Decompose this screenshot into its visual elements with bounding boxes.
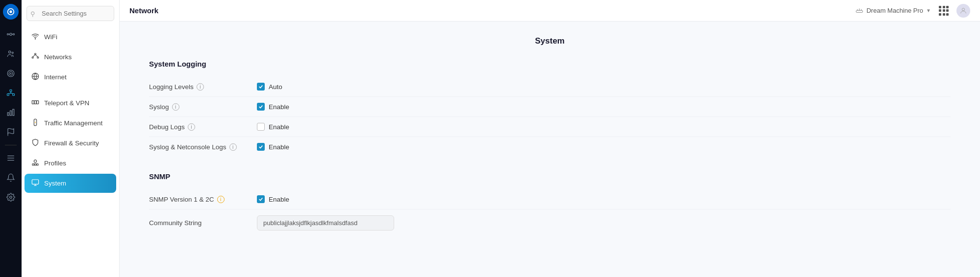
info-icon-syslog[interactable]: i (172, 103, 179, 111)
rail-icon-target[interactable] (2, 65, 20, 82)
search-input[interactable] (26, 6, 114, 21)
svg-rect-27 (32, 57, 33, 58)
svg-point-52 (962, 8, 964, 10)
community-string-input[interactable] (257, 215, 394, 231)
row-logging-levels: Logging Levels i Auto (149, 77, 951, 97)
top-bar-right: Dream Machine Pro ▼ (855, 4, 970, 18)
svg-point-2 (10, 33, 12, 36)
rail-icon-alerts[interactable] (2, 123, 20, 141)
info-icon-logging-levels[interactable]: i (197, 83, 204, 91)
control-snmp-version: Enable (257, 195, 289, 203)
sidebar-item-teleport-label: Teleport & VPN (44, 99, 89, 107)
checkbox-syslog-netconsole[interactable] (257, 143, 265, 151)
device-name-label: Dream Machine Pro (866, 7, 923, 14)
label-community-string: Community String (149, 219, 257, 227)
control-syslog: Enable (257, 103, 289, 111)
svg-rect-18 (7, 113, 9, 115)
sidebar-item-traffic-label: Traffic Management (44, 119, 102, 127)
icon-rail (0, 0, 22, 277)
router-icon (855, 6, 863, 15)
value-syslog: Enable (269, 103, 289, 111)
sidebar-item-profiles[interactable]: Profiles (25, 154, 116, 173)
sidebar-item-internet[interactable]: Internet (25, 68, 116, 87)
search-box: ⚲ (26, 6, 114, 21)
sidebar-item-networks[interactable]: Networks (25, 47, 116, 67)
svg-rect-35 (34, 101, 36, 104)
control-syslog-netconsole: Enable (257, 143, 289, 151)
sidebar-item-system[interactable]: System (25, 174, 116, 193)
row-syslog-netconsole: Syslog & Netconsole Logs i Enable (149, 137, 951, 157)
checkbox-syslog[interactable] (257, 103, 265, 111)
svg-rect-43 (34, 164, 36, 165)
sidebar-item-networks-label: Networks (44, 53, 72, 61)
user-avatar[interactable] (956, 4, 970, 18)
svg-point-39 (35, 122, 36, 123)
svg-point-8 (12, 52, 13, 53)
svg-point-26 (35, 39, 35, 39)
info-icon-syslog-netconsole[interactable]: i (229, 143, 237, 151)
chevron-down-icon[interactable]: ▼ (926, 8, 931, 13)
sidebar-item-firewall-security[interactable]: Firewall & Security (25, 134, 116, 153)
sidebar-item-system-label: System (44, 180, 66, 187)
svg-point-7 (9, 51, 11, 53)
rail-icon-list[interactable] (2, 149, 20, 167)
rail-divider (5, 145, 17, 145)
sidebar-item-wifi[interactable]: WiFi (25, 27, 116, 46)
sidebar-item-internet-label: Internet (44, 73, 67, 81)
app-logo[interactable] (3, 4, 19, 20)
system-icon (31, 179, 39, 188)
svg-point-1 (9, 10, 12, 13)
page-title: System (149, 36, 951, 46)
control-debug-logs: Enable (257, 123, 289, 131)
rail-icon-stats[interactable] (2, 104, 20, 121)
wifi-icon (31, 32, 39, 42)
info-icon-snmp-version[interactable]: i (217, 196, 225, 203)
svg-rect-45 (32, 180, 38, 184)
row-community-string: Community String (149, 209, 951, 236)
svg-line-30 (33, 55, 35, 57)
label-logging-levels: Logging Levels i (149, 83, 257, 91)
svg-point-25 (10, 196, 12, 199)
networks-icon (31, 52, 39, 62)
content-area: System System Logging Logging Levels i A… (120, 22, 980, 277)
device-info: Dream Machine Pro ▼ (855, 6, 931, 15)
label-snmp-version: SNMP Version 1 & 2C i (149, 196, 257, 203)
sidebar-item-wifi-label: WiFi (44, 33, 57, 41)
info-icon-debug-logs[interactable]: i (188, 123, 195, 131)
svg-rect-14 (13, 94, 15, 96)
svg-rect-42 (32, 164, 34, 165)
svg-rect-44 (37, 164, 38, 165)
svg-point-10 (9, 71, 13, 75)
rail-icon-network[interactable] (2, 84, 20, 102)
checkbox-logging-levels[interactable] (257, 83, 265, 91)
search-icon: ⚲ (30, 10, 35, 17)
sidebar-item-profiles-label: Profiles (44, 160, 66, 167)
traffic-icon (31, 118, 39, 128)
sidebar-item-teleport-vpn[interactable]: Teleport & VPN (25, 93, 116, 113)
svg-rect-19 (10, 111, 12, 115)
label-syslog-netconsole: Syslog & Netconsole Logs i (149, 143, 257, 151)
sidebar-gap-1 (22, 87, 119, 93)
checkbox-snmp-version[interactable] (257, 195, 265, 203)
app-title: Network (129, 6, 158, 15)
svg-rect-13 (10, 90, 12, 92)
section-logging-title: System Logging (149, 60, 951, 68)
vpn-icon (31, 98, 39, 108)
rail-icon-clients[interactable] (2, 45, 20, 63)
svg-point-41 (34, 160, 36, 162)
rail-icon-bell[interactable] (2, 169, 20, 186)
sidebar-item-traffic-management[interactable]: Traffic Management (25, 114, 116, 133)
section-system-logging: System Logging Logging Levels i Auto (149, 60, 951, 157)
svg-rect-34 (32, 101, 34, 104)
label-debug-logs: Debug Logs i (149, 123, 257, 131)
apps-grid-icon[interactable] (939, 6, 949, 16)
rail-icon-topology[interactable] (2, 25, 20, 43)
svg-rect-12 (7, 94, 9, 96)
rail-icon-settings[interactable] (2, 188, 20, 206)
sidebar: ⚲ WiFi Networks In (22, 0, 120, 277)
checkbox-debug-logs[interactable] (257, 123, 265, 131)
shield-icon (31, 138, 39, 148)
svg-point-40 (35, 123, 36, 124)
value-snmp-version: Enable (269, 196, 289, 203)
svg-rect-48 (856, 10, 863, 12)
